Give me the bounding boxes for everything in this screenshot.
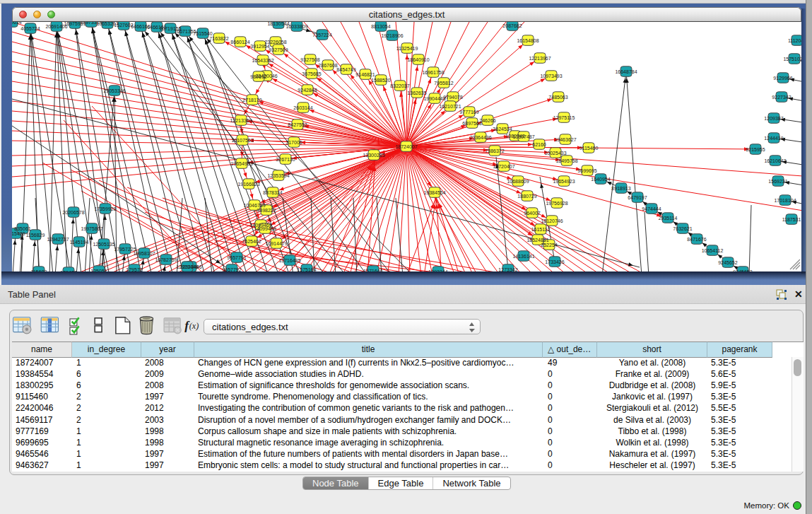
svg-text:3912954: 3912954 — [250, 44, 269, 49]
svg-text:1112045: 1112045 — [788, 38, 801, 43]
svg-text:19756928: 19756928 — [546, 201, 567, 206]
svg-text:964007: 964007 — [524, 211, 540, 216]
svg-text:16543362: 16543362 — [252, 58, 273, 63]
svg-text:14099468: 14099468 — [254, 226, 276, 231]
svg-text:2718170: 2718170 — [242, 98, 261, 103]
svg-text:2935114: 2935114 — [659, 216, 678, 221]
svg-text:19904448: 19904448 — [423, 96, 445, 101]
svg-text:179572: 179572 — [126, 267, 142, 271]
svg-text:317006: 317006 — [286, 140, 302, 145]
svg-text:12505135: 12505135 — [93, 242, 114, 247]
svg-text:16914479: 16914479 — [265, 241, 287, 246]
svg-text:19975867: 19975867 — [81, 226, 102, 231]
svg-text:9777169: 9777169 — [459, 110, 478, 115]
svg-text:19384554: 19384554 — [423, 190, 445, 195]
svg-text:4055724: 4055724 — [20, 26, 40, 31]
svg-text:19654983: 19654983 — [230, 161, 252, 166]
svg-text:9245652: 9245652 — [718, 260, 737, 265]
svg-text:8918913: 8918913 — [611, 186, 630, 191]
svg-text:129427: 129427 — [60, 270, 76, 271]
svg-text:10046789: 10046789 — [243, 203, 265, 208]
svg-text:9794078: 9794078 — [443, 95, 462, 100]
svg-text:10807487: 10807487 — [512, 134, 534, 139]
svg-text:12942737: 12942737 — [47, 237, 69, 242]
svg-text:835061: 835061 — [14, 226, 30, 231]
svg-text:9327509: 9327509 — [269, 47, 288, 52]
svg-text:16210721: 16210721 — [439, 104, 461, 109]
svg-text:9146821: 9146821 — [355, 72, 375, 77]
svg-text:62160: 62160 — [532, 142, 546, 147]
svg-text:29053346: 29053346 — [103, 88, 125, 93]
svg-text:9245653: 9245653 — [733, 269, 752, 271]
svg-text:9115460: 9115460 — [579, 146, 599, 151]
svg-text:7955812: 7955812 — [434, 81, 453, 86]
svg-text:115682: 115682 — [31, 269, 47, 271]
svg-text:9699695: 9699695 — [577, 168, 596, 173]
svg-text:6479197: 6479197 — [628, 195, 647, 200]
svg-text:1575164: 1575164 — [297, 267, 316, 271]
svg-text:2867608: 2867608 — [318, 63, 337, 68]
svg-text:9242848: 9242848 — [298, 88, 317, 93]
svg-text:12213369: 12213369 — [230, 118, 252, 123]
svg-text:125051: 125051 — [90, 269, 107, 271]
svg-text:8350614: 8350614 — [12, 22, 22, 25]
svg-text:1640954: 1640954 — [591, 177, 610, 182]
svg-text:9474444: 9474444 — [642, 206, 661, 211]
svg-text:746266: 746266 — [479, 118, 495, 123]
svg-text:1156829: 1156829 — [26, 233, 45, 238]
svg-text:1588520: 1588520 — [371, 78, 390, 83]
svg-text:1362635: 1362635 — [407, 90, 426, 95]
svg-text:12213967: 12213967 — [529, 56, 551, 61]
svg-text:1244419: 1244419 — [764, 136, 783, 141]
svg-text:9657791: 9657791 — [227, 255, 246, 260]
svg-text:1569231: 1569231 — [768, 179, 787, 184]
svg-text:1880729: 1880729 — [517, 194, 536, 199]
svg-text:7515540: 7515540 — [193, 31, 212, 36]
svg-text:16154808: 16154808 — [517, 38, 539, 43]
svg-text:18724007: 18724007 — [395, 144, 417, 149]
svg-text:9498222: 9498222 — [257, 208, 276, 213]
svg-text:8215955: 8215955 — [746, 147, 765, 152]
svg-text:1187531: 1187531 — [782, 217, 801, 222]
svg-text:10107563: 10107563 — [231, 138, 253, 143]
svg-text:9227342: 9227342 — [772, 95, 791, 100]
svg-text:13300285: 13300285 — [363, 153, 384, 158]
svg-text:20206578: 20206578 — [62, 210, 84, 215]
svg-text:8427552: 8427552 — [288, 122, 307, 127]
svg-text:14136141: 14136141 — [512, 254, 534, 259]
svg-text:1209387: 1209387 — [764, 116, 783, 121]
svg-text:9327508: 9327508 — [300, 57, 319, 62]
svg-text:8878334: 8878334 — [263, 190, 282, 195]
svg-text:1615112: 1615112 — [531, 227, 551, 232]
svg-text:3675685: 3675685 — [302, 71, 321, 76]
svg-text:2603144: 2603144 — [293, 105, 312, 110]
svg-text:19218906: 19218906 — [381, 33, 403, 38]
svg-text:10688609: 10688609 — [507, 179, 529, 184]
svg-text:15720407: 15720407 — [493, 164, 514, 169]
svg-text:7163822: 7163822 — [209, 36, 228, 41]
svg-text:19166823: 19166823 — [237, 182, 259, 187]
svg-text:1273342: 1273342 — [498, 267, 517, 271]
svg-text:7386372: 7386372 — [485, 148, 504, 153]
svg-text:3915420: 3915420 — [12, 231, 25, 236]
svg-text:989612: 989612 — [250, 74, 266, 79]
svg-text:1292344: 1292344 — [428, 269, 447, 271]
svg-text:10025433: 10025433 — [544, 151, 566, 156]
svg-text:8813054: 8813054 — [371, 24, 390, 29]
svg-text:252254: 252254 — [541, 243, 557, 247]
svg-text:10973493: 10973493 — [540, 74, 562, 78]
svg-text:3624534: 3624534 — [493, 127, 512, 132]
svg-text:19463627: 19463627 — [554, 137, 576, 142]
svg-text:19654923: 19654923 — [553, 179, 575, 184]
svg-text:8471676: 8471676 — [687, 237, 706, 242]
svg-text:20364436: 20364436 — [469, 135, 491, 140]
svg-text:9657792: 9657792 — [222, 267, 241, 271]
svg-text:7632621: 7632621 — [673, 226, 692, 231]
svg-text:7485063: 7485063 — [548, 95, 567, 100]
svg-text:10654112: 10654112 — [702, 248, 724, 253]
svg-text:1571640: 1571640 — [363, 269, 382, 271]
svg-text:15716485: 15716485 — [278, 258, 300, 263]
svg-text:8454749: 8454749 — [336, 67, 355, 72]
svg-text:7625402: 7625402 — [242, 239, 261, 244]
svg-text:16033809: 16033809 — [286, 24, 307, 29]
